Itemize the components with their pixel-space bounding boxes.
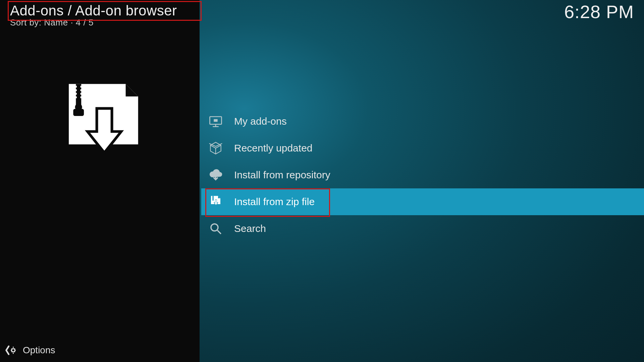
- menu-item-search[interactable]: Search: [201, 215, 644, 242]
- svg-rect-3: [75, 89, 76, 91]
- open-box-icon: [209, 141, 223, 155]
- menu-item-label: My add-ons: [234, 116, 287, 127]
- sort-info: Sort by: Name · 4 / 5: [10, 17, 177, 28]
- menu-item-label: Install from zip file: [234, 196, 315, 207]
- menu-item-label: Search: [234, 223, 266, 234]
- magnify-icon: [209, 222, 223, 236]
- sidebar: [0, 0, 201, 362]
- zip-download-icon: [209, 195, 223, 209]
- svg-rect-4: [80, 89, 82, 91]
- svg-rect-2: [80, 86, 82, 87]
- menu-list: My add-ons Recently updated Install from…: [201, 108, 644, 242]
- svg-rect-5: [75, 93, 76, 95]
- header: Add-ons / Add-on browser Sort by: Name ·…: [0, 0, 644, 28]
- menu-item-install-from-zip[interactable]: Install from zip file: [201, 188, 644, 215]
- menu-item-install-from-repository[interactable]: Install from repository: [201, 162, 644, 188]
- svg-rect-8: [80, 97, 82, 98]
- svg-rect-15: [212, 196, 214, 201]
- menu-item-recently-updated[interactable]: Recently updated: [201, 135, 644, 162]
- menu-item-label: Recently updated: [234, 142, 313, 154]
- svg-line-17: [217, 230, 221, 234]
- options-label[interactable]: Options: [23, 345, 55, 356]
- zip-file-large-icon: [56, 80, 145, 168]
- menu-item-my-addons[interactable]: My add-ons: [201, 108, 644, 135]
- svg-rect-14: [214, 120, 217, 121]
- monitor-icon: [209, 114, 223, 128]
- menu-item-label: Install from repository: [234, 169, 330, 181]
- clock: 6:28 PM: [564, 1, 634, 22]
- svg-rect-7: [75, 97, 76, 98]
- options-icon[interactable]: [5, 344, 17, 356]
- svg-point-16: [211, 224, 218, 231]
- cloud-download-icon: [209, 168, 223, 182]
- svg-rect-1: [75, 86, 76, 87]
- breadcrumb: Add-ons / Add-on browser: [10, 3, 177, 19]
- footer: Options: [0, 339, 644, 362]
- svg-rect-6: [80, 93, 82, 95]
